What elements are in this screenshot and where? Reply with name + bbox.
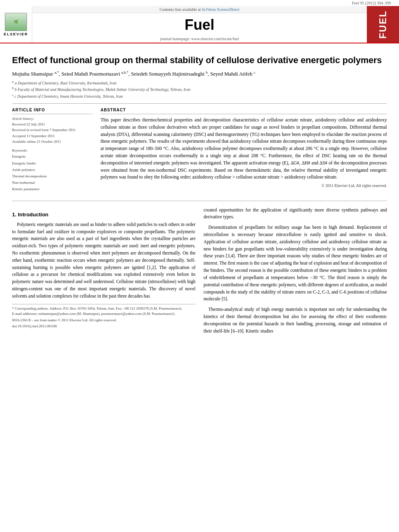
keyword-2: Energetic binder [12,160,93,166]
journal-name-center: Fuel [32,13,367,37]
authors-line: Mojtaba Shamsipur a,*, Seied Mahdi Pourm… [12,70,387,77]
footer-issn: 0016-2361/$ – see front matter © 2011 El… [12,318,195,323]
abstract-section: ABSTRACT This paper describes thermochem… [101,108,387,197]
keywords-list: Energetic Energetic binder Azide polymer… [12,153,93,192]
banner-center: Contents lists available at SciVerse Sci… [32,6,367,43]
keywords-block: Keywords: Energetic Energetic binder Azi… [12,148,93,192]
vol-info: Fuel 95 (2012) 394–399 [0,0,399,6]
info-section: ARTICLE INFO Article history: Received 2… [12,108,387,197]
available-online: Available online 21 October 2011 [12,139,93,144]
top-banner: 🌿 ELSEVIER Contents lists available at S… [0,6,399,43]
received-date: Received 22 July 2011 [12,121,93,127]
fuel-logo-box: FUEL [367,6,399,43]
body-right-col: created opportunities for the applicatio… [204,207,387,338]
journal-title-big: Fuel [185,16,214,33]
intro-para-1: Polymeric energetic materials are used a… [12,221,195,300]
keyword-6: Kinetic parameters [12,186,93,192]
divider [12,103,387,104]
footnote-corresponding: * Corresponding authors. Address: P.O. B… [12,306,195,312]
keyword-5: Non-isothermal [12,179,93,186]
footnote-area: * Corresponding authors. Address: P.O. B… [12,304,195,329]
page: Fuel 95 (2012) 394–399 🌿 ELSEVIER Conten… [0,0,399,346]
elsevier-tree-icon: 🌿 [5,13,27,31]
received-revised: Received in revised form 7 September 201… [12,127,93,133]
article-info-column: ARTICLE INFO Article history: Received 2… [12,108,93,197]
main-content: Effect of functional group on thermal st… [0,43,399,346]
footnote-email: E-mail addresses: mshamsipur@yahoo.com (… [12,311,195,317]
keyword-4: Thermal decomposition [12,173,93,179]
article-history-label: Article history: [12,117,93,121]
abstract-title: ABSTRACT [101,108,387,114]
intro-para-right-2: Desensitization of propellants for milit… [204,224,387,303]
abstract-text: This paper describes thermochemical prop… [101,117,387,181]
keywords-label: Keywords: [12,148,93,152]
affiliations: a a Department of Chemistry, Razi Univer… [12,80,387,99]
section1-title: 1. Introduction [12,211,195,219]
journal-header: Fuel 95 (2012) 394–399 🌿 ELSEVIER Conten… [0,0,399,43]
elsevier-logo-box: 🌿 ELSEVIER [0,6,32,43]
keyword-3: Azide polymers [12,166,93,173]
fuel-logo-text: FUEL [377,10,389,39]
sciverse-link[interactable]: SciVerse ScienceDirect [202,7,240,12]
footer-doi: doi:10.1016/j.fuel.2011.09.036 [12,324,195,329]
divider-2 [12,201,387,201]
intro-para-right-3: Thermo-analytical study of high energy m… [204,306,387,335]
article-history-block: Article history: Received 22 July 2011 R… [12,117,93,145]
homepage-line: journal homepage: www.elsevier.com/locat… [32,37,367,43]
body-columns: 1. Introduction Polymeric energetic mate… [12,207,387,338]
body-left-col: 1. Introduction Polymeric energetic mate… [12,207,195,338]
copyright-line: © 2011 Elsevier Ltd. All rights reserved… [101,183,387,188]
article-dates: Received 22 July 2011 Received in revise… [12,121,93,145]
article-title: Effect of functional group on thermal st… [12,55,387,66]
keyword-1: Energetic [12,153,93,160]
elsevier-label: ELSEVIER [4,32,28,36]
sciverse-bar: Contents lists available at SciVerse Sci… [32,6,367,13]
accepted-date: Accepted 13 September 2011 [12,133,93,139]
sciverse-text: Contents lists available at [160,7,202,12]
intro-para-right-1: created opportunities for the applicatio… [204,207,387,221]
article-info-title: ARTICLE INFO [12,108,93,114]
